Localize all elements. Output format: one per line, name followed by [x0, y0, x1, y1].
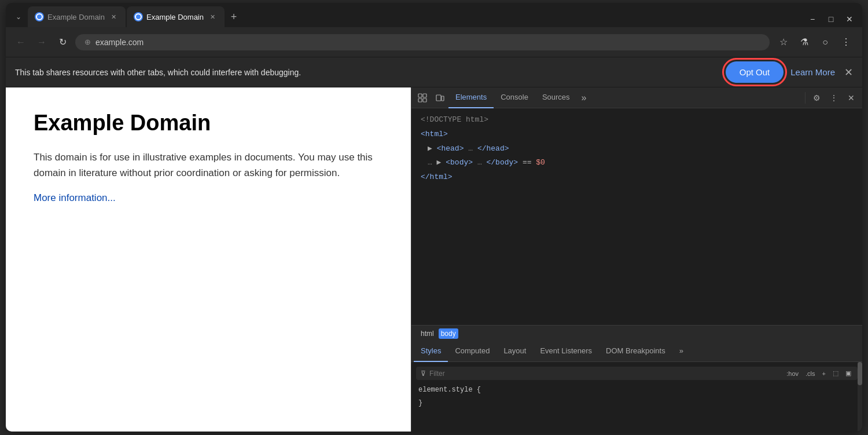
new-tab-btn[interactable]: +	[226, 9, 242, 25]
tab-close-2[interactable]: ✕	[207, 12, 218, 22]
profile-icon[interactable]: ○	[816, 33, 834, 52]
breadcrumb-html[interactable]: html	[418, 328, 436, 339]
site-info-icon: ⊕	[84, 38, 91, 46]
webpage-area: Example Domain This domain is for use in…	[6, 87, 411, 432]
tree-doctype: <!DOCTYPE html>	[411, 113, 862, 127]
devtools-close-icon[interactable]: ✕	[843, 89, 860, 107]
tab-favicon-2	[134, 12, 143, 21]
filter-hov[interactable]: :hov	[785, 370, 800, 378]
svg-rect-4	[436, 95, 441, 101]
lower-tab-layout[interactable]: Layout	[496, 341, 533, 362]
tab-1[interactable]: Example Domain ✕	[28, 6, 126, 27]
devtools-lower-tabs: Styles Computed Layout Event Listeners D…	[411, 341, 862, 362]
reload-btn[interactable]: ↻	[54, 34, 71, 50]
devtools-device-icon[interactable]	[431, 89, 448, 107]
tab-title-2: Example Domain	[146, 13, 204, 21]
info-bar: This tab shares resources with other tab…	[6, 57, 862, 87]
tab-bar: ⌄ Example Domain ✕ Example Domain ✕ + − …	[6, 3, 862, 27]
back-btn[interactable]: ←	[13, 34, 29, 50]
devtools-inspect-icon[interactable]	[414, 89, 431, 107]
learn-more-link[interactable]: Learn More	[790, 67, 835, 77]
filter-icon: ⊽	[421, 370, 426, 378]
address-bar: ← → ↻ ⊕ example.com ☆ ⚗ ○ ⋮	[6, 27, 862, 57]
devtools-settings-icon[interactable]: ⚙	[808, 89, 825, 107]
tab-close-1[interactable]: ✕	[108, 12, 119, 22]
tree-html-close[interactable]: </html>	[411, 170, 862, 185]
tab-favicon-1	[35, 12, 44, 21]
tab-2[interactable]: Example Domain ✕	[127, 6, 225, 27]
filter-bar: ⊽ :hov .cls + ⬚ ▣	[416, 367, 858, 380]
filter-layout2[interactable]: ▣	[844, 369, 853, 378]
devtools-panel: Elements Console Sources » ⚙ ⋮ ✕ <!DOCTY…	[411, 87, 862, 432]
maximize-btn[interactable]: □	[823, 11, 839, 27]
tree-head[interactable]: ▶ <head> … </head>	[411, 142, 862, 156]
lower-tab-dom-breakpoints[interactable]: DOM Breakpoints	[599, 341, 672, 362]
style-rule-element: element.style {	[416, 383, 858, 397]
address-input[interactable]: ⊕ example.com	[75, 34, 770, 50]
html-tree: <!DOCTYPE html> <html> ▶ <head> … </head…	[411, 108, 862, 325]
page-heading: Example Domain	[34, 111, 383, 136]
breadcrumb-bar: html body	[411, 325, 862, 341]
url-text: example.com	[95, 38, 144, 47]
breadcrumb-body[interactable]: body	[439, 328, 458, 339]
bookmark-icon[interactable]: ☆	[774, 33, 793, 52]
devtools-tab-bar: Elements Console Sources » ⚙ ⋮ ✕	[411, 87, 862, 108]
devtools-tab-more[interactable]: »	[577, 87, 591, 108]
browser-window: ⌄ Example Domain ✕ Example Domain ✕ + − …	[6, 3, 862, 432]
close-btn[interactable]: ✕	[841, 11, 858, 27]
lower-tab-styles[interactable]: Styles	[414, 341, 448, 362]
tab-title-1: Example Domain	[47, 13, 105, 21]
forward-btn[interactable]: →	[34, 34, 50, 50]
info-bar-close-icon[interactable]: ✕	[844, 66, 853, 79]
scrollbar-thumb[interactable]	[858, 362, 862, 385]
lower-tab-event-listeners[interactable]: Event Listeners	[533, 341, 599, 362]
svg-rect-0	[418, 94, 422, 97]
more-info-link[interactable]: More information...	[34, 192, 116, 203]
tab-dropdown-btn[interactable]: ⌄	[10, 9, 27, 25]
tab-bar-left: ⌄ Example Domain ✕ Example Domain ✕ +	[10, 6, 803, 27]
toolbar-right: ☆ ⚗ ○ ⋮	[774, 33, 855, 52]
svg-rect-5	[442, 96, 444, 101]
style-rule-close: }	[416, 397, 858, 410]
page-body-text: This domain is for use in illustrative e…	[34, 149, 383, 181]
filter-inspect2[interactable]: ⬚	[831, 369, 840, 378]
svg-rect-3	[423, 98, 426, 102]
window-controls: − □ ✕	[804, 11, 858, 27]
svg-rect-2	[423, 94, 426, 97]
menu-icon[interactable]: ⋮	[837, 33, 855, 52]
filter-cls[interactable]: .cls	[804, 370, 817, 378]
filter-input[interactable]	[429, 370, 781, 378]
devtools-tab-console[interactable]: Console	[494, 87, 535, 108]
opt-out-button[interactable]: Opt Out	[726, 61, 784, 83]
tree-body[interactable]: … ▶ <body> … </body> == $0	[411, 156, 862, 170]
main-content: Example Domain This domain is for use in…	[6, 87, 862, 432]
filter-add[interactable]: +	[821, 370, 827, 378]
styles-panel: ⊽ :hov .cls + ⬚ ▣ element.style { }	[411, 362, 862, 432]
minimize-btn[interactable]: −	[804, 11, 821, 27]
svg-rect-1	[418, 98, 422, 102]
lab-icon[interactable]: ⚗	[795, 33, 814, 52]
lower-tab-more[interactable]: »	[672, 341, 690, 362]
devtools-menu-icon[interactable]: ⋮	[825, 89, 843, 107]
info-bar-message: This tab shares resources with other tab…	[15, 68, 719, 77]
scrollbar-track[interactable]	[858, 362, 862, 432]
devtools-tab-sources[interactable]: Sources	[535, 87, 577, 108]
lower-tab-computed[interactable]: Computed	[448, 341, 496, 362]
devtools-tab-elements[interactable]: Elements	[448, 87, 494, 108]
tree-html-open[interactable]: <html>	[411, 127, 862, 142]
